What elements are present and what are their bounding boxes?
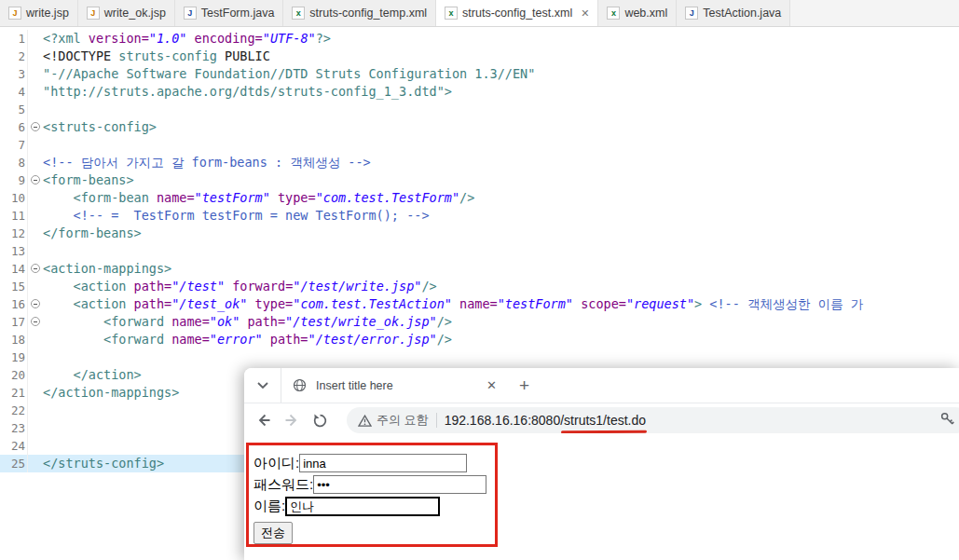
code-line-2[interactable]: 2<!DOCTYPE struts-config PUBLIC (0, 48, 959, 65)
line-number: 5 (0, 101, 25, 118)
code-line-14[interactable]: 14<action-mappings> (0, 260, 959, 278)
file-icon-java: J (184, 7, 197, 20)
warning-triangle-icon (358, 415, 372, 427)
file-icon-xml: x (445, 7, 458, 20)
password-key-icon[interactable] (939, 411, 955, 430)
editor-tab-struts-config_temp.xml[interactable]: xstruts-config_temp.xml (283, 0, 436, 26)
code-line-5[interactable]: 5 (0, 101, 959, 118)
editor-tab-web.xml[interactable]: xweb.xml (598, 0, 677, 26)
id-label: 아이디: (253, 455, 299, 472)
chip-divider (436, 413, 437, 428)
url-red-underline: struts1/test.do (564, 413, 646, 428)
code-line-12[interactable]: 12</form-beans> (0, 225, 959, 242)
editor-tab-write.jsp[interactable]: Jwrite.jsp (0, 0, 78, 26)
fold-marker[interactable] (27, 171, 43, 189)
tab-label: struts-config_temp.xml (309, 7, 427, 20)
eclipse-ide: Jwrite.jspJwrite_ok.jspJTestForm.javaxst… (0, 0, 959, 27)
code-line-7[interactable]: 7 (0, 136, 959, 154)
line-number: 8 (0, 154, 25, 171)
tab-search-button[interactable] (251, 374, 275, 398)
browser-tab-strip: Insert title here ✕ + (244, 368, 959, 403)
submit-button[interactable]: 전송 (253, 522, 293, 544)
security-chip-label: 주의 요함 (377, 412, 429, 429)
browser-tab-title: Insert title here (316, 379, 393, 392)
code-line-9[interactable]: 9<form-beans> (0, 171, 959, 189)
collapse-icon[interactable] (31, 317, 40, 326)
file-icon-xml: x (607, 7, 620, 20)
file-icon-xml: x (292, 7, 305, 20)
editor-tab-bar: Jwrite.jspJwrite_ok.jspJTestForm.javaxst… (0, 0, 959, 27)
code-text: <?xml version="1.0" encoding="UTF-8"?> (43, 30, 331, 48)
name-label: 이름: (253, 498, 285, 515)
fold-gutter (27, 136, 43, 154)
fold-marker[interactable] (27, 295, 43, 313)
web-page: 아이디: 패스워드: 이름: 전송 (244, 437, 959, 560)
line-number: 17 (0, 313, 25, 331)
collapse-icon[interactable] (31, 175, 40, 184)
collapse-icon[interactable] (31, 264, 40, 273)
code-line-18[interactable]: 18 <forward name="error" path="/test/err… (0, 331, 959, 348)
fold-gutter (27, 242, 43, 260)
editor-tab-write_ok.jsp[interactable]: Jwrite_ok.jsp (78, 0, 175, 26)
line-number: 1 (0, 30, 25, 48)
editor-tab-struts-config_test.xml[interactable]: xstruts-config_test.xml✕ (436, 0, 598, 26)
reload-button[interactable] (311, 412, 328, 429)
tab-label: TestAction.java (703, 7, 781, 20)
line-number: 10 (0, 189, 25, 207)
address-bar[interactable]: 주의 요함 192.168.16.16:8080/struts1/test.do (347, 407, 959, 433)
line-number: 6 (0, 118, 25, 136)
fold-gutter (27, 189, 43, 207)
code-line-17[interactable]: 17 <forward name="ok" path="/test/write_… (0, 313, 959, 331)
tab-close-icon[interactable]: ✕ (486, 378, 497, 392)
code-line-13[interactable]: 13 (0, 242, 959, 260)
fold-gutter (27, 366, 43, 384)
fold-gutter (27, 419, 43, 437)
site-security-chip[interactable]: 주의 요함 (358, 412, 429, 429)
fold-marker[interactable] (27, 260, 43, 278)
code-text: <!DOCTYPE struts-config PUBLIC (43, 48, 270, 65)
collapse-icon[interactable] (31, 299, 40, 308)
code-line-6[interactable]: 6<struts-config> (0, 118, 959, 136)
collapse-icon[interactable] (31, 122, 40, 131)
name-input[interactable] (285, 497, 440, 516)
password-label: 패스워드: (253, 476, 313, 494)
line-number: 4 (0, 83, 25, 101)
code-text: <!-- = TestForm testForm = new TestForm(… (43, 207, 430, 225)
editor-tab-TestAction.java[interactable]: JTestAction.java (677, 0, 790, 26)
browser-tab[interactable]: Insert title here ✕ (281, 368, 506, 403)
fold-gutter (27, 278, 43, 295)
code-text: <action-mappings> (43, 260, 171, 278)
code-line-4[interactable]: 4"http://struts.apache.org/dtds/struts-c… (0, 83, 959, 101)
code-line-16[interactable]: 16 <action path="/test_ok" type="com.tes… (0, 295, 959, 313)
code-line-1[interactable]: 1<?xml version="1.0" encoding="UTF-8"?> (0, 30, 959, 48)
code-line-8[interactable]: 8<!-- 담아서 가지고 갈 form-beans : 객체생성 --> (0, 154, 959, 171)
fold-gutter (27, 384, 43, 402)
code-line-15[interactable]: 15 <action path="/test" forward="/test/w… (0, 278, 959, 295)
editor-tab-TestForm.java[interactable]: JTestForm.java (175, 0, 284, 26)
fold-marker[interactable] (27, 118, 43, 136)
fold-gutter (27, 437, 43, 455)
code-line-3[interactable]: 3"-//Apache Software Foundation//DTD Str… (0, 65, 959, 83)
code-line-19[interactable]: 19 (0, 348, 959, 366)
line-number: 14 (0, 260, 25, 278)
forward-button[interactable] (283, 412, 300, 429)
reload-icon (312, 413, 328, 429)
back-button[interactable] (255, 412, 272, 429)
tab-close-icon[interactable]: ✕ (581, 7, 589, 20)
id-input[interactable] (299, 454, 467, 472)
code-line-10[interactable]: 10 <form-bean name="testForm" type="com.… (0, 189, 959, 207)
password-input[interactable] (313, 475, 486, 494)
line-number: 19 (0, 348, 25, 366)
code-line-11[interactable]: 11 <!-- = TestForm testForm = new TestFo… (0, 207, 959, 225)
new-tab-button[interactable]: + (519, 376, 529, 394)
line-number: 12 (0, 225, 25, 242)
code-text: "http://struts.apache.org/dtds/struts-co… (43, 83, 452, 101)
fold-gutter (27, 48, 43, 65)
line-number: 22 (0, 402, 25, 419)
file-icon-java: J (685, 7, 698, 20)
tab-label: write_ok.jsp (104, 7, 166, 20)
line-number: 2 (0, 48, 25, 65)
fold-marker[interactable] (27, 313, 43, 331)
code-text: <action path="/test_ok" type="com.test.T… (43, 295, 863, 313)
fold-gutter (27, 154, 43, 171)
